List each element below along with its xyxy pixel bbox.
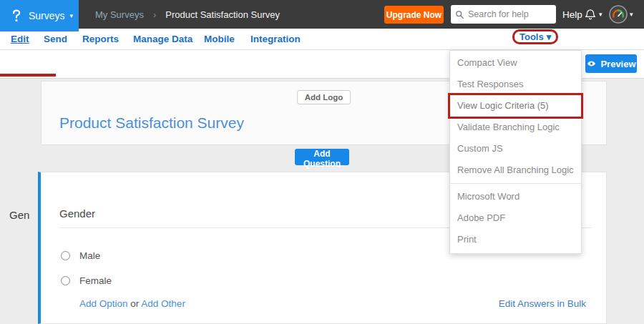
option-row-female: Female bbox=[61, 275, 112, 286]
bell-icon bbox=[584, 8, 597, 21]
add-logo-button[interactable]: Add Logo bbox=[297, 90, 351, 104]
add-option-link[interactable]: Add Option bbox=[79, 298, 128, 309]
menu-item-compact-view[interactable]: Compact View bbox=[450, 52, 581, 74]
background-text-fragment: Gen bbox=[9, 209, 29, 221]
breadcrumb-separator: › bbox=[153, 9, 156, 20]
chevron-down-icon: ▾ bbox=[630, 11, 633, 18]
tools-dropdown-button[interactable]: Tools ▾ bbox=[512, 29, 558, 44]
preview-button[interactable]: Preview bbox=[585, 54, 637, 73]
edit-answers-bulk-link[interactable]: Edit Answers in Bulk bbox=[499, 298, 586, 309]
add-question-button[interactable]: Add Question bbox=[295, 149, 349, 165]
breadcrumb-my-surveys[interactable]: My Surveys bbox=[95, 9, 144, 20]
app-window: My Surveys › Product Satisfaction Survey… bbox=[0, 0, 644, 324]
radio-male[interactable] bbox=[61, 251, 70, 260]
menu-divider bbox=[450, 183, 581, 184]
upgrade-now-button[interactable]: Upgrade Now bbox=[384, 6, 444, 24]
breadcrumb-current-survey: Product Satisfaction Survey bbox=[165, 9, 280, 20]
tab-integration[interactable]: Integration bbox=[250, 34, 301, 44]
menu-item-remove-branching[interactable]: Remove All Branching Logic bbox=[450, 159, 581, 181]
workspace-active-underline bbox=[0, 74, 56, 77]
option-label[interactable]: Female bbox=[79, 275, 112, 286]
menu-item-adobe-pdf[interactable]: Adobe PDF bbox=[450, 207, 581, 229]
menu-item-validate-branching[interactable]: Validate Branching Logic bbox=[450, 117, 581, 138]
help-link[interactable]: Help bbox=[562, 0, 582, 29]
tools-dropdown-menu: Compact View Test Responses View Logic C… bbox=[449, 50, 582, 254]
chevron-down-icon: ▾ bbox=[547, 31, 552, 42]
chevron-down-icon: ▾ bbox=[70, 12, 74, 19]
tab-edit[interactable]: Edit bbox=[11, 34, 29, 44]
proprofs-logo-icon bbox=[9, 9, 24, 24]
tab-mobile[interactable]: Mobile bbox=[204, 34, 235, 44]
radio-female[interactable] bbox=[61, 276, 70, 285]
top-header: My Surveys › Product Satisfaction Survey… bbox=[0, 0, 644, 29]
tools-label: Tools bbox=[519, 31, 544, 42]
or-label: or bbox=[130, 298, 139, 309]
avatar-gauge-icon bbox=[609, 5, 628, 24]
app-switcher-label: Surveys bbox=[29, 10, 65, 21]
option-label[interactable]: Male bbox=[79, 250, 100, 261]
notifications-bell[interactable]: ▾ bbox=[584, 0, 602, 29]
menu-item-print[interactable]: Print bbox=[450, 229, 581, 250]
menu-item-microsoft-word[interactable]: Microsoft Word bbox=[450, 186, 581, 207]
help-search-box[interactable] bbox=[451, 5, 556, 24]
option-row-male: Male bbox=[61, 250, 100, 261]
search-icon bbox=[455, 10, 464, 19]
menu-item-custom-js[interactable]: Custom JS bbox=[450, 138, 581, 159]
question-title[interactable]: Gender bbox=[59, 207, 95, 220]
eye-icon bbox=[586, 59, 597, 68]
help-search-input[interactable] bbox=[468, 9, 547, 19]
account-menu[interactable]: ▾ bbox=[609, 0, 633, 29]
survey-title[interactable]: Product Satisfaction Survey bbox=[59, 114, 244, 132]
tab-send[interactable]: Send bbox=[44, 34, 67, 44]
app-switcher[interactable]: Surveys ▾ bbox=[0, 0, 79, 31]
add-other-link[interactable]: Add Other bbox=[141, 298, 185, 309]
breadcrumb: My Surveys › Product Satisfaction Survey bbox=[95, 0, 280, 29]
tab-manage-data[interactable]: Manage Data bbox=[133, 34, 192, 44]
menu-item-test-responses[interactable]: Test Responses bbox=[450, 74, 581, 95]
preview-label: Preview bbox=[600, 59, 635, 69]
add-option-row: Add Option or Add Other bbox=[79, 298, 185, 309]
tab-reports[interactable]: Reports bbox=[82, 34, 119, 44]
chevron-down-icon: ▾ bbox=[599, 11, 602, 18]
menu-item-view-logic-criteria[interactable]: View Logic Criteria (5) bbox=[450, 95, 581, 117]
